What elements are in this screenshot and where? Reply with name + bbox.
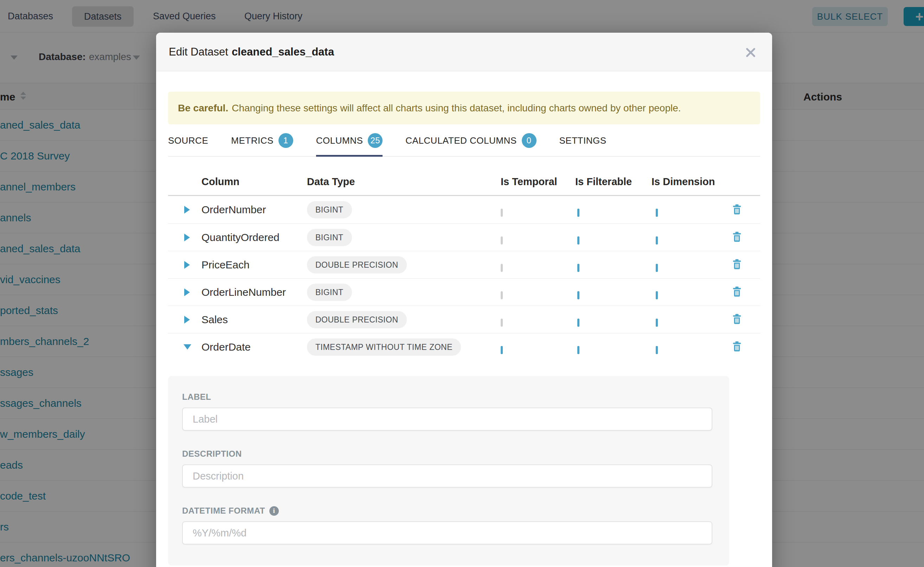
- is-filterable-checkbox[interactable]: [577, 319, 579, 327]
- column-name: Sales: [202, 314, 228, 326]
- close-icon[interactable]: [744, 46, 757, 59]
- column-name: PriceEach: [202, 259, 250, 271]
- tab-label: SOURCE: [168, 135, 208, 146]
- description-input[interactable]: [182, 464, 712, 488]
- column-row: Sales DOUBLE PRECISION: [168, 306, 760, 333]
- is-dimension-checkbox[interactable]: [656, 346, 658, 354]
- column-row: OrderNumber BIGINT: [168, 196, 760, 224]
- trash-icon: [731, 285, 743, 298]
- warning-banner-bold: Be careful.: [178, 103, 228, 114]
- description-field-group: DESCRIPTION: [182, 449, 715, 488]
- column-name: QuantityOrdered: [202, 231, 280, 243]
- field-label-text: DATETIME FORMAT: [182, 506, 265, 516]
- is-filterable-checkbox[interactable]: [577, 264, 579, 272]
- data-type-cell: DOUBLE PRECISION: [307, 311, 407, 328]
- expand-caret-icon[interactable]: [184, 233, 192, 242]
- modal-body: Be careful. Changing these settings will…: [156, 92, 772, 566]
- tab-settings[interactable]: SETTINGS: [560, 133, 606, 148]
- column-detail-panel: LABEL DESCRIPTION DATETIME FORMAT: [168, 376, 729, 566]
- data-type-cell: BIGINT: [307, 229, 352, 246]
- modal-title-dataset-name: cleaned_sales_data: [232, 46, 334, 58]
- column-row: PriceEach DOUBLE PRECISION: [168, 251, 760, 278]
- column-row: OrderLineNumber BIGINT: [168, 278, 760, 306]
- is-temporal-checkbox[interactable]: [501, 264, 503, 272]
- data-type-pill: BIGINT: [307, 284, 352, 301]
- data-type-pill: DOUBLE PRECISION: [307, 256, 407, 273]
- field-label-text: DESCRIPTION: [182, 449, 242, 459]
- column-header: Column: [202, 176, 239, 187]
- is-temporal-checkbox[interactable]: [501, 236, 503, 244]
- delete-column-icon[interactable]: [730, 285, 744, 299]
- warning-banner: Be careful. Changing these settings will…: [168, 92, 760, 124]
- modal-header: Edit Datasetcleaned_sales_data: [156, 33, 772, 71]
- is-dimension-checkbox[interactable]: [656, 208, 658, 217]
- is-dimension-checkbox[interactable]: [656, 264, 658, 272]
- data-type-pill: BIGINT: [307, 201, 352, 219]
- data-type-header: Data Type: [307, 176, 355, 187]
- tab-count-badge: 1: [278, 133, 293, 148]
- trash-icon: [731, 231, 743, 243]
- is-dimension-checkbox[interactable]: [656, 319, 658, 327]
- delete-column-icon[interactable]: [730, 340, 744, 354]
- expand-caret-icon[interactable]: [184, 206, 192, 214]
- columns-table-body: OrderNumber BIGINT QuantityOrdered BIGIN…: [168, 196, 760, 360]
- is-dimension-header: Is Dimension: [652, 176, 715, 187]
- warning-banner-text: Changing these settings will affect all …: [232, 103, 681, 114]
- delete-column-icon[interactable]: [730, 313, 744, 327]
- modal-tabs: SOURCE METRICS 1 COLUMNS 25 CALCULATED C…: [168, 124, 760, 157]
- column-row: QuantityOrdered BIGINT: [168, 224, 760, 251]
- tab-calculated-columns[interactable]: CALCULATED COLUMNS 0: [405, 133, 536, 148]
- trash-icon: [731, 258, 743, 270]
- edit-dataset-modal: Edit Datasetcleaned_sales_data Be carefu…: [156, 33, 772, 567]
- is-filterable-checkbox[interactable]: [577, 236, 579, 244]
- data-type-cell: BIGINT: [307, 284, 352, 301]
- description-field-label: DESCRIPTION: [182, 449, 715, 459]
- is-dimension-checkbox[interactable]: [656, 236, 658, 244]
- data-type-pill: TIMESTAMP WITHOUT TIME ZONE: [307, 338, 461, 356]
- expand-caret-icon[interactable]: [184, 288, 192, 297]
- label-field-group: LABEL: [182, 392, 715, 431]
- is-filterable-checkbox[interactable]: [577, 291, 579, 299]
- tab-source[interactable]: SOURCE: [168, 133, 208, 148]
- tab-label: SETTINGS: [560, 135, 606, 146]
- is-dimension-checkbox[interactable]: [656, 291, 658, 299]
- column-name: OrderDate: [202, 341, 251, 353]
- trash-icon: [731, 340, 743, 353]
- data-type-pill: DOUBLE PRECISION: [307, 311, 407, 328]
- column-name: OrderNumber: [202, 204, 266, 216]
- is-temporal-checkbox[interactable]: [501, 346, 503, 354]
- expand-caret-icon[interactable]: [184, 261, 192, 269]
- datetime-format-field-group: DATETIME FORMAT: [182, 506, 715, 544]
- data-type-pill: BIGINT: [307, 229, 352, 246]
- label-input[interactable]: [182, 408, 712, 431]
- data-type-cell: BIGINT: [307, 201, 352, 219]
- column-row-expanded: OrderDate TIMESTAMP WITHOUT TIME ZONE: [168, 333, 760, 360]
- datetime-format-field-label: DATETIME FORMAT: [182, 506, 715, 516]
- delete-column-icon[interactable]: [730, 231, 744, 244]
- tab-label: METRICS: [231, 135, 274, 146]
- modal-title-prefix: Edit Dataset: [169, 46, 228, 58]
- delete-column-icon[interactable]: [730, 203, 744, 217]
- is-temporal-header: Is Temporal: [501, 176, 557, 187]
- is-filterable-checkbox[interactable]: [577, 346, 579, 354]
- tab-label: CALCULATED COLUMNS: [405, 135, 516, 146]
- trash-icon: [731, 203, 743, 216]
- label-field-label: LABEL: [182, 392, 715, 402]
- columns-table-header: Column Data Type Is Temporal Is Filterab…: [168, 168, 760, 196]
- is-temporal-checkbox[interactable]: [501, 208, 503, 217]
- modal-title: Edit Datasetcleaned_sales_data: [169, 46, 334, 58]
- delete-column-icon[interactable]: [730, 258, 744, 272]
- expand-caret-icon[interactable]: [184, 315, 192, 324]
- column-name: OrderLineNumber: [202, 286, 286, 298]
- tab-metrics[interactable]: METRICS 1: [231, 133, 293, 148]
- data-type-cell: TIMESTAMP WITHOUT TIME ZONE: [307, 338, 461, 356]
- is-filterable-header: Is Filterable: [575, 176, 632, 187]
- is-temporal-checkbox[interactable]: [501, 319, 503, 327]
- tab-columns[interactable]: COLUMNS 25: [316, 133, 383, 148]
- collapse-caret-icon[interactable]: [184, 343, 192, 351]
- is-filterable-checkbox[interactable]: [577, 208, 579, 217]
- is-temporal-checkbox[interactable]: [501, 291, 503, 299]
- data-type-cell: DOUBLE PRECISION: [307, 256, 407, 273]
- info-icon[interactable]: [269, 506, 279, 516]
- datetime-format-input[interactable]: [182, 521, 712, 544]
